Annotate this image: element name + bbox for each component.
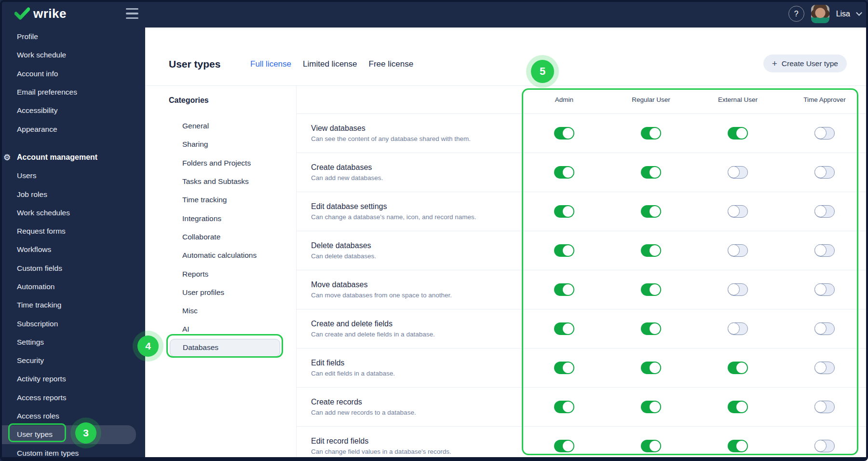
- category-item-time-tracking[interactable]: Time tracking: [145, 191, 296, 209]
- category-item-user-profiles[interactable]: User profiles: [145, 283, 296, 302]
- toggle-edit-fields-time-approver[interactable]: [814, 362, 835, 374]
- category-item-misc[interactable]: Misc: [145, 302, 296, 320]
- toggle-create-and-delete-fields-regular-user[interactable]: [641, 322, 661, 335]
- table-row: Create and delete fieldsCan create and d…: [297, 309, 868, 349]
- tab-free-license[interactable]: Free license: [369, 59, 414, 69]
- sidebar-item-custom-fields[interactable]: Custom fields: [0, 259, 145, 278]
- toggle-knob: [650, 245, 660, 256]
- tab-limited-license[interactable]: Limited license: [303, 59, 357, 69]
- permission-cell: Create and delete fieldsCan create and d…: [297, 320, 521, 338]
- gear-icon: ⚙: [3, 152, 11, 162]
- toggle-create-records-external-user[interactable]: [728, 401, 748, 413]
- toggle-edit-record-fields-time-approver[interactable]: [814, 440, 835, 452]
- toggle-knob: [563, 441, 573, 451]
- tab-full-license[interactable]: Full license: [250, 59, 291, 69]
- sidebar-item-accessibility[interactable]: Accessibility: [0, 101, 145, 120]
- toggle-cell: [781, 362, 868, 374]
- toggle-edit-fields-admin[interactable]: [554, 362, 574, 374]
- category-item-sharing[interactable]: Sharing: [145, 135, 296, 154]
- toggle-create-databases-admin[interactable]: [554, 166, 574, 179]
- toggle-edit-fields-external-user[interactable]: [728, 362, 748, 374]
- toggle-create-and-delete-fields-external-user[interactable]: [728, 322, 748, 335]
- toggle-edit-database-settings-regular-user[interactable]: [641, 205, 661, 218]
- avatar[interactable]: [811, 5, 829, 23]
- toggle-cell: [694, 205, 781, 218]
- toggle-cell: [781, 440, 868, 452]
- sidebar-item-custom-item-types[interactable]: Custom item types: [0, 444, 145, 461]
- sidebar-item-job-roles[interactable]: Job roles: [0, 185, 145, 203]
- category-item-general[interactable]: General: [145, 117, 296, 135]
- toggle-view-databases-time-approver[interactable]: [814, 127, 835, 140]
- category-item-folders-and-projects[interactable]: Folders and Projects: [145, 154, 296, 172]
- sidebar-item-users[interactable]: Users: [0, 167, 145, 185]
- toggle-create-and-delete-fields-time-approver[interactable]: [814, 322, 835, 335]
- toggle-edit-database-settings-external-user[interactable]: [728, 205, 748, 218]
- sidebar-item-profile[interactable]: Profile: [0, 28, 145, 46]
- category-item-reports[interactable]: Reports: [145, 265, 296, 283]
- toggle-create-databases-external-user[interactable]: [728, 166, 748, 179]
- sidebar-top-group: ProfileWork scheduleAccount infoEmail pr…: [0, 28, 145, 139]
- sidebar-item-request-forms[interactable]: Request forms: [0, 222, 145, 240]
- permission-cell: Edit fieldsCan edit fields in a database…: [297, 359, 521, 377]
- sidebar-item-access-roles[interactable]: Access roles: [0, 407, 145, 425]
- sidebar-item-time-tracking[interactable]: Time tracking: [0, 296, 145, 314]
- toggle-edit-record-fields-admin[interactable]: [554, 440, 574, 452]
- sidebar-item-work-schedule[interactable]: Work schedule: [0, 46, 145, 64]
- toggle-move-databases-regular-user[interactable]: [641, 283, 661, 296]
- sidebar-item-settings[interactable]: Settings: [0, 333, 145, 351]
- toggle-create-databases-time-approver[interactable]: [814, 166, 835, 179]
- toggle-create-records-time-approver[interactable]: [814, 401, 835, 413]
- toggle-knob: [650, 167, 660, 178]
- toggle-cell: [521, 322, 608, 335]
- permission-title: Edit record fields: [311, 437, 521, 446]
- toggle-edit-record-fields-regular-user[interactable]: [641, 440, 661, 452]
- category-item-collaborate[interactable]: Collaborate: [145, 228, 296, 246]
- sidebar-item-account-info[interactable]: Account info: [0, 65, 145, 83]
- toggle-view-databases-admin[interactable]: [554, 127, 574, 140]
- toggle-create-databases-regular-user[interactable]: [641, 166, 661, 179]
- table-row: Create recordsCan add new records to a d…: [297, 388, 868, 427]
- toggle-create-records-regular-user[interactable]: [641, 401, 661, 413]
- create-user-type-button[interactable]: + Create User type: [763, 55, 847, 72]
- sidebar-item-automation[interactable]: Automation: [0, 278, 145, 296]
- toggle-move-databases-external-user[interactable]: [728, 283, 748, 296]
- sidebar-item-work-schedules[interactable]: Work schedules: [0, 204, 145, 222]
- toggle-knob: [728, 166, 740, 178]
- category-item-integrations[interactable]: Integrations: [145, 209, 296, 227]
- sidebar-item-user-types[interactable]: User types: [0, 425, 136, 444]
- toggle-create-records-admin[interactable]: [554, 401, 574, 413]
- toggle-move-databases-admin[interactable]: [554, 283, 574, 296]
- chevron-down-icon[interactable]: [856, 10, 862, 16]
- permission-title: View databases: [311, 124, 521, 133]
- sidebar-item-appearance[interactable]: Appearance: [0, 120, 145, 138]
- help-icon[interactable]: ?: [788, 6, 804, 22]
- toggle-delete-databases-admin[interactable]: [554, 244, 574, 257]
- sidebar-item-subscription[interactable]: Subscription: [0, 314, 145, 333]
- sidebar-item-access-reports[interactable]: Access reports: [0, 389, 145, 407]
- sidebar-item-activity-reports[interactable]: Activity reports: [0, 370, 145, 388]
- toggle-move-databases-time-approver[interactable]: [814, 283, 835, 296]
- permission-cell: Delete databasesCan delete databases.: [297, 241, 521, 260]
- toggle-view-databases-regular-user[interactable]: [641, 127, 661, 140]
- toggle-edit-record-fields-external-user[interactable]: [728, 440, 748, 452]
- categories-title: Categories: [169, 96, 209, 105]
- sidebar-item-security[interactable]: Security: [0, 351, 145, 370]
- category-item-automatic-calculations[interactable]: Automatic calculations: [145, 246, 296, 265]
- toggle-delete-databases-time-approver[interactable]: [814, 244, 835, 257]
- toggle-knob: [563, 206, 573, 217]
- menu-icon[interactable]: [126, 8, 138, 19]
- user-name[interactable]: Lisa: [836, 10, 850, 18]
- toggle-edit-database-settings-admin[interactable]: [554, 205, 574, 218]
- toggle-create-and-delete-fields-admin[interactable]: [554, 322, 574, 335]
- toggle-edit-fields-regular-user[interactable]: [641, 362, 661, 374]
- sidebar-item-workflows[interactable]: Workflows: [0, 240, 145, 259]
- toggle-delete-databases-regular-user[interactable]: [641, 244, 661, 257]
- category-item-tasks-and-subtasks[interactable]: Tasks and Subtasks: [145, 172, 296, 191]
- toggle-edit-database-settings-time-approver[interactable]: [814, 205, 835, 218]
- toggle-view-databases-external-user[interactable]: [728, 127, 748, 140]
- toggle-delete-databases-external-user[interactable]: [728, 244, 748, 257]
- category-item-ai[interactable]: AI: [145, 320, 296, 338]
- sidebar-item-email-preferences[interactable]: Email preferences: [0, 83, 145, 101]
- toggle-knob: [650, 284, 660, 295]
- category-item-databases[interactable]: Databases: [170, 339, 280, 357]
